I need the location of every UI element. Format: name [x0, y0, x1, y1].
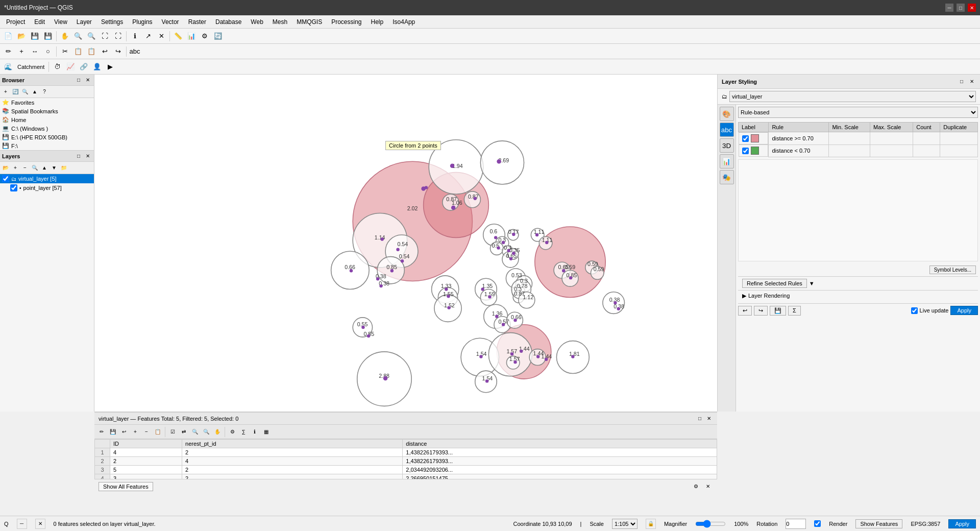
save-as-button[interactable]: 💾: [42, 30, 54, 42]
browser-bookmarks[interactable]: 📚 Spatial Bookmarks: [0, 107, 94, 115]
styling-tab-mask[interactable]: 🎭: [720, 170, 734, 184]
menu-raster[interactable]: Raster: [184, 17, 210, 27]
status-close-btn[interactable]: ✕: [35, 519, 45, 529]
show-features-button[interactable]: Show Features: [855, 519, 902, 528]
table-filter-btn[interactable]: 🔍: [190, 427, 200, 437]
show-all-features-button[interactable]: Show All Features: [99, 482, 153, 491]
person-btn[interactable]: 👤: [91, 61, 103, 73]
styling-tab-abc[interactable]: abc: [720, 123, 734, 137]
menu-help[interactable]: Help: [367, 17, 388, 27]
styling-tab-3d[interactable]: 3D: [720, 138, 734, 153]
node-tool-btn[interactable]: ○: [42, 45, 54, 58]
copy-btn[interactable]: 📋: [72, 45, 84, 58]
table-layout[interactable]: ▦: [261, 427, 271, 437]
browser-collapse-btn[interactable]: ▲: [30, 87, 39, 96]
symbol-levels-button[interactable]: Symbol Levels...: [929, 266, 976, 274]
attribute-table-button[interactable]: 📊: [185, 30, 198, 42]
refine-dropdown-icon[interactable]: ▼: [809, 280, 815, 286]
col-id[interactable]: ID: [110, 440, 182, 448]
styling-expand-btn[interactable]: □: [958, 78, 966, 86]
table-delete-row[interactable]: −: [141, 427, 152, 437]
refresh-button[interactable]: 🔄: [212, 30, 224, 42]
menu-database[interactable]: Database: [211, 17, 246, 27]
table-calc[interactable]: ∑: [238, 427, 249, 437]
pan-button[interactable]: ✋: [59, 30, 71, 42]
zoom-in-button[interactable]: 🔍: [72, 30, 84, 42]
browser-help-btn[interactable]: ?: [40, 87, 49, 96]
new-project-button[interactable]: 📄: [2, 30, 14, 42]
menu-project[interactable]: Project: [2, 17, 29, 27]
table-duplicate-row[interactable]: 📋: [153, 427, 163, 437]
table-footer-btn2[interactable]: ✕: [703, 481, 713, 492]
rule1-checkbox[interactable]: [742, 135, 749, 142]
renderer-select[interactable]: Rule-based: [738, 107, 978, 118]
styling-redo-btn[interactable]: ↪: [754, 306, 768, 316]
menu-mmqgis[interactable]: MMQGIS: [292, 17, 326, 27]
layer-virtual[interactable]: 🗂 virtual_layer [5]: [0, 174, 94, 183]
browser-close-btn[interactable]: ✕: [84, 76, 92, 84]
layers-group-btn[interactable]: 📁: [59, 163, 68, 173]
table-info[interactable]: ℹ: [250, 427, 260, 437]
deselect-button[interactable]: ✕: [155, 30, 167, 42]
undo-btn[interactable]: ↩: [99, 45, 111, 58]
rule2-checkbox[interactable]: [742, 148, 749, 154]
layers-expand-btn[interactable]: □: [75, 152, 83, 160]
browser-filter-btn[interactable]: 🔍: [20, 87, 30, 96]
zoom-full-button[interactable]: ⛶: [99, 30, 111, 42]
table-add-row[interactable]: +: [130, 427, 140, 437]
layer-point[interactable]: • point_layer [57]: [0, 183, 94, 192]
browser-add-btn[interactable]: +: [1, 87, 10, 96]
col-rule[interactable]: Rule: [769, 123, 829, 132]
col-label[interactable]: Label: [739, 123, 769, 132]
link-btn[interactable]: 🔗: [78, 61, 90, 73]
save-button[interactable]: 💾: [29, 30, 41, 42]
table-toggle-edit[interactable]: ✏: [96, 427, 107, 437]
menu-mesh[interactable]: Mesh: [268, 17, 291, 27]
measure-button[interactable]: 📏: [172, 30, 184, 42]
browser-expand-btn[interactable]: □: [75, 76, 83, 84]
table-row[interactable]: 4 3 2 2,266950151475...: [95, 474, 717, 479]
menu-view[interactable]: View: [50, 17, 71, 27]
browser-favorites[interactable]: ⭐ Favorites: [0, 98, 94, 107]
menu-iso4app[interactable]: Iso4App: [388, 17, 419, 27]
col-count[interactable]: Count: [913, 123, 940, 132]
zoom-out-button[interactable]: 🔍: [85, 30, 97, 42]
table-select-all[interactable]: ☑: [167, 427, 178, 437]
redo-btn[interactable]: ↪: [112, 45, 124, 58]
refine-selected-rules-button[interactable]: Refine Selected Rules: [742, 279, 807, 288]
maximize-button[interactable]: □: [957, 4, 965, 12]
catchment-btn[interactable]: 🌊: [2, 61, 14, 73]
table-save[interactable]: 💾: [108, 427, 118, 437]
layer-select[interactable]: virtual_layer: [729, 91, 976, 102]
styling-sigma-btn[interactable]: Σ: [788, 306, 801, 316]
apply-button[interactable]: Apply: [950, 306, 978, 315]
menu-web[interactable]: Web: [247, 17, 267, 27]
browser-f-drive[interactable]: 💾 F:\: [0, 141, 94, 150]
identify-button[interactable]: ℹ: [129, 30, 141, 42]
lock-scale-btn[interactable]: 🔒: [646, 519, 656, 529]
table-row[interactable]: 2 2 4 1,438226179393...: [95, 457, 717, 466]
apply-statusbar-button[interactable]: Apply: [948, 519, 976, 528]
col-min-scale[interactable]: Min. Scale: [829, 123, 870, 132]
label-btn[interactable]: abc: [129, 45, 141, 58]
minimize-button[interactable]: ─: [945, 4, 953, 12]
styling-tab-diagram[interactable]: 📊: [720, 154, 734, 168]
settings-button[interactable]: ⚙: [199, 30, 211, 42]
paste-btn[interactable]: 📋: [85, 45, 97, 58]
rotation-input[interactable]: [786, 519, 806, 529]
table-close-btn[interactable]: ✕: [705, 415, 713, 423]
live-update-checkbox[interactable]: [911, 307, 918, 314]
styling-save-btn[interactable]: 💾: [770, 306, 786, 316]
browser-refresh-btn[interactable]: 🔄: [11, 87, 20, 96]
table-row[interactable]: 1 4 2 1,438226179393...: [95, 448, 717, 457]
table-pan-select[interactable]: ✋: [212, 427, 223, 437]
rule-row-1[interactable]: distance >= 0.70: [739, 132, 978, 145]
layers-up-btn[interactable]: ▲: [40, 163, 49, 173]
styling-undo-btn[interactable]: ↩: [738, 306, 752, 316]
menu-settings[interactable]: Settings: [97, 17, 127, 27]
layers-close-btn[interactable]: ✕: [84, 152, 92, 160]
graph-btn[interactable]: 📈: [64, 61, 77, 73]
table-rollback[interactable]: ↩: [119, 427, 129, 437]
layers-down-btn[interactable]: ▼: [50, 163, 59, 173]
close-button[interactable]: ✕: [968, 4, 976, 12]
